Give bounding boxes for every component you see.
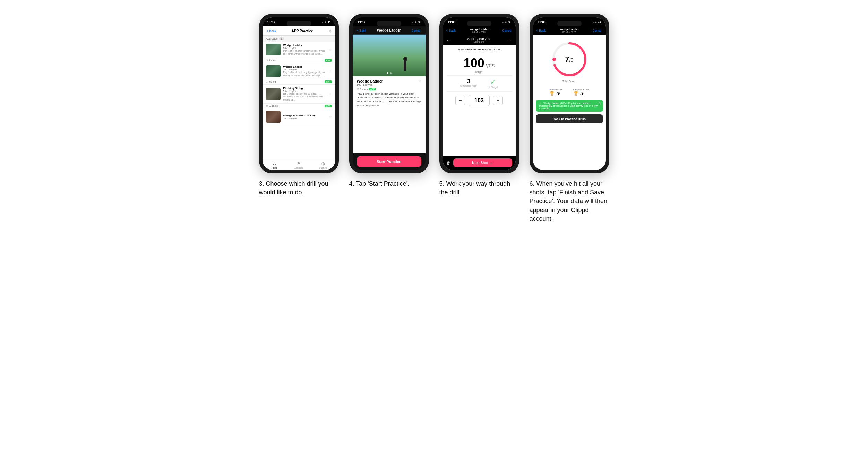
drill-star-3[interactable]: ☆ xyxy=(329,92,332,96)
next-shot-button[interactable]: Next Shot → xyxy=(453,158,512,167)
phone5-carry-label: Enter carry distance for each shot xyxy=(443,45,516,52)
last-month-pb-val: 🏆 -/9 xyxy=(573,91,589,96)
svg-point-2 xyxy=(552,58,556,61)
last-month-pb-label: Last month PB xyxy=(573,88,589,91)
caption5: 5. Work your way through the drill. xyxy=(439,180,519,197)
phone4-shots-label: ◷ 9 shots xyxy=(357,88,368,90)
tab-activities-label: Activities xyxy=(294,167,303,169)
phone4-drill-star[interactable]: ☆ xyxy=(418,79,421,83)
right-arrow-icon[interactable]: → xyxy=(507,37,512,43)
tab-capture[interactable]: ⊕ Capture xyxy=(311,161,335,169)
phone5-hit-label: Hit Target xyxy=(488,86,498,88)
increment-button[interactable]: + xyxy=(493,96,503,105)
phone4-app-badge: APP xyxy=(369,88,376,90)
prev-pb-value: -/9 xyxy=(555,91,560,95)
phone3-nav-menu[interactable]: ≡ xyxy=(328,28,331,33)
drill-badge-2: APP xyxy=(325,80,332,83)
drill-star-2[interactable]: ☆ xyxy=(329,69,332,73)
distance-input[interactable]: 103 xyxy=(469,95,490,106)
checkmark-icon: ✓ xyxy=(539,102,541,104)
phone6-time: 13:03 xyxy=(538,20,546,24)
phone4-detail-shots: ◷ 9 shots APP xyxy=(357,88,421,90)
phone4-notch xyxy=(377,21,401,26)
next-shot-label: Next Shot xyxy=(472,161,488,165)
caption4: 4. Tap 'Start Practice'. xyxy=(349,180,410,188)
phone5-input-row: − 103 + xyxy=(443,92,516,110)
drill-name-2: Wedge Ladder xyxy=(283,65,326,68)
phone6-notch xyxy=(557,21,582,26)
drill-star-1[interactable]: ☆ xyxy=(329,48,332,52)
tab-home[interactable]: ⌂ Home xyxy=(263,161,287,169)
success-banner: ✓ 'Wedge Ladder (100–140 yds)' was creat… xyxy=(536,100,603,112)
prev-pb-item: Previous PB 🏆 -/9 xyxy=(549,88,563,96)
phone5-nav: < Back Wedge Ladder 06 Mar 2023 Cancel xyxy=(443,26,516,35)
phone4-nav-title: Wedge Ladder xyxy=(377,28,401,32)
golfer-head xyxy=(403,57,407,61)
phone3-nav-title: APP Practice xyxy=(292,29,313,33)
tab-home-label: Home xyxy=(272,167,277,169)
phone6-back[interactable]: < Back xyxy=(536,29,546,32)
phone3-status-icons: ▲ ᯤ 46 xyxy=(321,21,330,24)
start-practice-button[interactable]: Start Practice xyxy=(357,156,421,167)
phone4: 13:02 ▲ ᯤ 46 < Back Wedge Ladder Cancel xyxy=(349,14,429,173)
drill-item-4[interactable]: Wedge & Short Iron Play 100–140 yds ☆ xyxy=(263,109,335,125)
drill-yds-3: 55–100 yds xyxy=(283,90,326,92)
drill-img-1 xyxy=(266,44,281,55)
tab-capture-label: Capture xyxy=(319,167,327,169)
phone3-inner: 13:02 ▲ ᯤ 46 < Back APP Practice ≡ Appro… xyxy=(263,17,335,170)
phone4-time: 13:02 xyxy=(358,20,366,24)
phone6-status-icons: ▲ ᯤ 46 xyxy=(592,21,601,24)
drill-item-2[interactable]: Wedge Ladder 100–140 yds Play 1 shot at … xyxy=(263,63,335,79)
phone6: 13:03 ▲ ᯤ 46 < Back Wedge Ladder 06 Mar … xyxy=(530,14,609,173)
golfer-body xyxy=(404,60,406,71)
drill-info-2: Wedge Ladder 100–140 yds Play 1 shot at … xyxy=(283,65,326,77)
drill-item-3[interactable]: Pitching String 55–100 yds Hit 1 shot at… xyxy=(263,85,335,104)
close-icon[interactable]: ✕ xyxy=(598,101,601,105)
drill-desc-2: Play 1 shot at each target yardage. If y… xyxy=(283,71,326,77)
phone4-inner: 13:02 ▲ ᯤ 46 < Back Wedge Ladder Cancel xyxy=(353,17,426,170)
phone6-cancel[interactable]: Cancel xyxy=(592,29,602,32)
caption3: 3. Choose which drill you would like to … xyxy=(259,180,339,197)
phone5-nav-center: Wedge Ladder 06 Mar 2023 xyxy=(470,28,489,33)
phone5-nav-title: Wedge Ladder xyxy=(470,28,489,31)
phone4-back[interactable]: < Back xyxy=(357,29,367,32)
drill-footer-2: ◷ 9 shots APP xyxy=(263,79,335,85)
phone3-bottom-tabs: ⌂ Home ⚑ Activities ⊕ Capture xyxy=(263,159,335,170)
phone5-progress: ← Shot 1, 100 yds Score 5/9 → xyxy=(443,35,516,45)
phone5-distance-target: Target xyxy=(443,70,516,74)
score-numerator: 7 xyxy=(565,55,569,63)
drill-item-1[interactable]: Wedge Ladder 50–100 yds Play 1 shot at e… xyxy=(263,42,335,58)
phone5-stats: 3 Difference (yds) ✓ Hit Target xyxy=(446,75,512,92)
drill-thumb-4 xyxy=(266,111,281,123)
tab-activities[interactable]: ⚑ Activities xyxy=(287,161,311,169)
phone4-cancel[interactable]: Cancel xyxy=(411,29,421,32)
phone3-back[interactable]: < Back xyxy=(267,29,276,33)
drill-thumb-1 xyxy=(266,44,281,55)
left-arrow-icon[interactable]: ← xyxy=(446,37,451,43)
phone6-nav-date: 06 Mar 2023 xyxy=(560,31,579,33)
phone6-score-container: 7/9 Total Score xyxy=(533,35,606,86)
delete-icon[interactable]: 🗑 xyxy=(446,161,450,165)
phone5-container: 13:03 ▲ ᯤ 46 < Back Wedge Ladder 06 Mar … xyxy=(439,14,519,197)
phone5-bottom: 🗑 Next Shot → xyxy=(443,156,516,170)
phone3-drill-list: Wedge Ladder 50–100 yds Play 1 shot at e… xyxy=(263,42,335,159)
phone6-nav-title: Wedge Ladder xyxy=(560,28,579,31)
phone3-time: 13:02 xyxy=(267,20,275,24)
phones-row: 13:02 ▲ ᯤ 46 < Back APP Practice ≡ Appro… xyxy=(259,14,609,223)
phone5-back[interactable]: < Back xyxy=(446,29,456,32)
phone5-cancel[interactable]: Cancel xyxy=(502,29,512,32)
phone5-status-icons: ▲ ᯤ 46 xyxy=(502,21,511,24)
hit-target-icon: ✓ xyxy=(488,78,498,86)
hero-dots xyxy=(387,72,392,74)
phone6-nav: < Back Wedge Ladder 06 Mar 2023 Cancel xyxy=(533,26,606,35)
drill-img-4 xyxy=(266,111,281,123)
phone6-inner: 13:03 ▲ ᯤ 46 < Back Wedge Ladder 06 Mar … xyxy=(533,17,606,170)
decrement-button[interactable]: − xyxy=(455,96,465,105)
back-to-drills-button[interactable]: Back to Practice Drills xyxy=(536,114,603,123)
drill-star-4[interactable]: ☆ xyxy=(329,115,332,119)
drill-badge-1: APP xyxy=(325,59,332,62)
success-message: 'Wedge Ladder (100–140 yds)' was created… xyxy=(539,102,598,110)
drill-info-4: Wedge & Short Iron Play 100–140 yds xyxy=(283,114,326,120)
drill-badge-3: APP xyxy=(325,105,332,107)
phone6-pb-row: Previous PB 🏆 -/9 Last month PB 🏆 -/9 xyxy=(533,86,606,98)
